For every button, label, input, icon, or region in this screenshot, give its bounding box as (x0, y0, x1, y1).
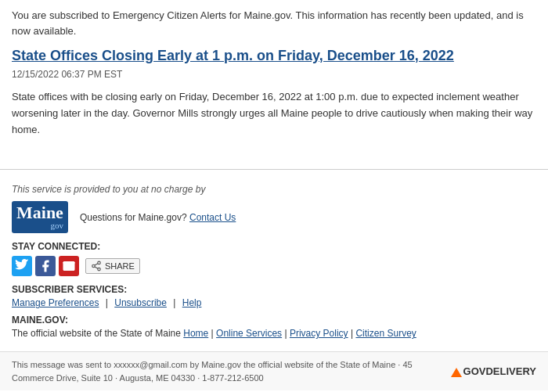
alert-title-link[interactable]: State Offices Closing Early at 1 p.m. on… (12, 48, 536, 64)
maine-gov-links: The official website of the State of Mai… (12, 328, 536, 339)
subscriber-section: SUBSCRIBER SERVICES: Manage Preferences … (12, 284, 536, 308)
stay-connected-section: STAY CONNECTED: SHARE (12, 241, 536, 276)
maine-logo-text: Maine (16, 203, 63, 222)
svg-line-4 (95, 264, 98, 265)
svg-point-1 (92, 265, 96, 268)
intro-text: You are subscribed to Emergency Citizen … (12, 8, 536, 38)
twitter-icon[interactable] (12, 256, 32, 276)
bottom-message: This message was sent to xxxxxx@gmail.co… (12, 358, 443, 384)
service-text: This service is provided to you at no ch… (12, 184, 536, 195)
svg-line-3 (95, 267, 98, 268)
section-divider (0, 169, 548, 170)
subscriber-label: SUBSCRIBER SERVICES: (12, 284, 536, 295)
manage-preferences-link[interactable]: Manage Preferences (12, 297, 99, 308)
privacy-policy-link[interactable]: Privacy Policy (290, 328, 348, 339)
facebook-icon[interactable] (35, 256, 56, 276)
email-icon[interactable] (59, 256, 79, 276)
contact-us-link[interactable]: Contact Us (189, 212, 236, 223)
citizen-survey-link[interactable]: Citizen Survey (355, 328, 416, 339)
svg-point-0 (98, 262, 101, 265)
maine-logo-row: Maine gov Questions for Maine.gov? Conta… (12, 201, 536, 233)
questions-text: Questions for Maine.gov? Contact Us (80, 212, 236, 223)
maine-logo: Maine gov (12, 201, 68, 233)
bottom-bar: This message was sent to xxxxxx@gmail.co… (0, 351, 548, 390)
home-link[interactable]: Home (183, 328, 208, 339)
social-icons-row: SHARE (12, 256, 536, 276)
help-link[interactable]: Help (182, 297, 202, 308)
alert-date: 12/15/2022 06:37 PM EST (12, 69, 536, 80)
maine-gov-label: MAINE.GOV: (12, 315, 536, 325)
online-services-link[interactable]: Online Services (216, 328, 282, 339)
share-label: SHARE (105, 261, 135, 271)
share-button[interactable]: SHARE (85, 258, 140, 274)
govdelivery-text: GOVDELIVERY (463, 365, 536, 377)
maine-gov-desc: The official website of the State of Mai… (12, 328, 181, 339)
unsubscribe-link[interactable]: Unsubscribe (114, 297, 167, 308)
alert-body: State offices with be closing early on F… (12, 89, 536, 138)
govdelivery-logo: GOVDELIVERY (451, 365, 536, 377)
svg-point-2 (98, 268, 101, 272)
stay-connected-label: STAY CONNECTED: (12, 241, 536, 252)
subscriber-links: Manage Preferences | Unsubscribe | Help (12, 297, 536, 308)
maine-gov-section: MAINE.GOV: The official website of the S… (12, 315, 536, 339)
govdelivery-triangle (451, 368, 462, 377)
maine-logo-gov: gov (16, 221, 63, 230)
